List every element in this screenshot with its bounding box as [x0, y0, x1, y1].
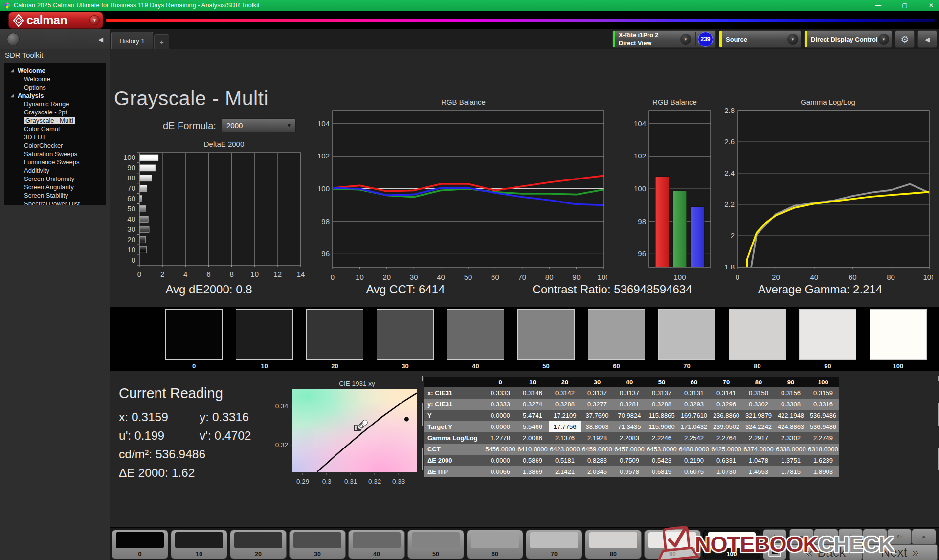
maximize-icon[interactable]: ▢: [900, 2, 910, 9]
reading-de2000: 1.62: [172, 466, 195, 479]
minimize-icon[interactable]: —: [873, 2, 883, 9]
pattern-button-0[interactable]: 0: [112, 530, 168, 559]
sidebar-item-additivity[interactable]: Additivity: [4, 166, 106, 175]
playback-button-loop[interactable]: ∞: [863, 529, 887, 544]
table-row-label: Gamma Log/Log: [424, 432, 484, 444]
stat-avg-cct: Avg CCT: 6414: [308, 283, 503, 296]
reading-v: 0.4702: [215, 429, 251, 442]
sidebar-item-colorchecker[interactable]: ColorChecker: [4, 141, 106, 150]
next-chevron-icon: »: [912, 546, 918, 560]
svg-text:0.34: 0.34: [275, 403, 289, 410]
sidebar-item-analysis[interactable]: ◢Analysis: [4, 91, 106, 100]
playback-controls: ■▶⏸∞↻●: [790, 529, 936, 544]
svg-text:2: 2: [731, 231, 735, 240]
pattern-button-60[interactable]: 60: [467, 530, 523, 559]
svg-text:6: 6: [206, 270, 210, 278]
table-cell: 6453.0000: [646, 444, 678, 455]
swatch-color: [658, 309, 715, 360]
add-tab-button[interactable]: +: [154, 34, 169, 49]
meter-select[interactable]: X-Rite i1Pro 2 Direct View ▼ 239: [612, 30, 716, 48]
table-cell: 0.3137: [646, 387, 678, 399]
tree-expander-icon[interactable]: ◢: [11, 67, 14, 75]
close-icon[interactable]: ✕: [926, 2, 936, 9]
playback-button-refresh[interactable]: ↻: [888, 529, 911, 544]
table-column-header: 10: [516, 377, 549, 387]
sidebar-item-grayscale-multi[interactable]: Grayscale - Multi: [4, 116, 106, 125]
sidebar-item-screen-angularity[interactable]: Screen Angularity: [4, 183, 106, 191]
sidebar-item-spectral-power-dist-[interactable]: Spectral Power Dist.: [4, 200, 106, 205]
measurement-table-container[interactable]: 0102030405060708090100x: CIE310.33330.31…: [422, 376, 939, 484]
cie-1931-chart: 0.290.30.310.320.330.320.34: [271, 387, 433, 491]
sidebar-item-grayscale-2pt[interactable]: Grayscale - 2pt: [4, 108, 106, 116]
table-row: Y0.00005.474117.210937.769070.9824115.88…: [424, 410, 839, 421]
table-row-label: Y: [424, 410, 484, 421]
gray-swatch-50: 50: [517, 309, 575, 370]
table-column-header: 80: [742, 377, 775, 387]
playback-button-play[interactable]: ▶: [814, 529, 838, 544]
swatch-label: 30: [377, 362, 434, 370]
cie-chart-title: CIE 1931 xy: [282, 380, 432, 387]
table-cell: 1.0730: [710, 466, 742, 477]
sidebar-item-saturation-sweeps[interactable]: Saturation Sweeps: [4, 150, 106, 158]
sidebar-collapse-button[interactable]: ◀: [93, 31, 108, 47]
table-cell: 0.6819: [646, 466, 678, 477]
pattern-button-10[interactable]: 10: [171, 530, 227, 559]
panel-collapse-button[interactable]: ◀: [917, 30, 937, 48]
pattern-button-20[interactable]: 20: [230, 530, 286, 559]
logo-dropdown-button[interactable]: ▼: [89, 15, 100, 25]
calman-logo-button[interactable]: calman ▼: [9, 12, 103, 28]
pattern-bar: 0102030405060708090100 ▲ ■▶⏸∞↻● « Back N…: [110, 527, 939, 560]
table-cell: 1.0478: [742, 455, 775, 466]
sidebar-item-screen-uniformity[interactable]: Screen Uniformity: [4, 175, 106, 183]
pattern-window-button[interactable]: [763, 543, 786, 560]
table-cell: 0.3296: [710, 399, 742, 410]
sidebar-item-options[interactable]: Options: [4, 83, 106, 91]
pattern-button-70[interactable]: 70: [526, 530, 582, 559]
page-title: Grayscale - Multi: [114, 87, 268, 110]
sidebar-item-screen-stability[interactable]: Screen Stability: [4, 191, 106, 200]
back-button[interactable]: « Back: [790, 545, 862, 560]
sidebar-item-welcome[interactable]: ◢Welcome: [4, 67, 106, 75]
table-cell: 0.2190: [678, 455, 710, 466]
table-cell: 6374.0000: [742, 444, 775, 455]
de-formula-select[interactable]: 2000 ▼: [222, 118, 296, 132]
rgb-balance-line-title: RGB Balance: [320, 98, 606, 106]
meter-count-badge[interactable]: 239: [698, 32, 713, 47]
playback-button-stop[interactable]: ■: [790, 529, 813, 544]
pattern-button-30[interactable]: 30: [290, 530, 345, 559]
pattern-color: [412, 532, 460, 548]
pattern-button-40[interactable]: 40: [349, 530, 404, 559]
reading-luminance: 536.9486: [156, 448, 205, 461]
pattern-label: 10: [171, 551, 227, 558]
svg-text:10: 10: [356, 273, 364, 281]
settings-button[interactable]: ⚙: [895, 30, 915, 48]
next-button[interactable]: Next »: [863, 545, 937, 560]
svg-text:40: 40: [127, 215, 135, 223]
pattern-button-90[interactable]: 90: [645, 530, 700, 559]
pattern-label: 0: [112, 551, 168, 558]
tab-history-1[interactable]: History 1: [111, 32, 153, 49]
table-cell: 2.2542: [678, 432, 710, 444]
table-cell: 115.9060: [646, 421, 678, 432]
chevron-down-icon: ▼: [93, 18, 97, 22]
swatch-color: [306, 309, 363, 360]
svg-text:2: 2: [160, 270, 164, 278]
sidebar-item-luminance-sweeps[interactable]: Luminance Sweeps: [4, 158, 106, 166]
display-control-select[interactable]: Direct Display Control ▼: [804, 30, 892, 48]
pattern-button-50[interactable]: 50: [408, 530, 464, 559]
sidebar-item-3d-lut[interactable]: 3D LUT: [4, 133, 106, 141]
tree-expander-icon[interactable]: ◢: [11, 91, 14, 100]
playback-button-record[interactable]: ●: [912, 529, 936, 544]
pattern-button-100[interactable]: 100: [704, 530, 760, 559]
sidebar-item-dynamic-range[interactable]: Dynamic Range: [4, 100, 106, 108]
pattern-window-up-button[interactable]: ▲: [763, 530, 786, 541]
sidebar-item-color-gamut[interactable]: Color Gamut: [4, 125, 106, 133]
pattern-label: 80: [585, 551, 641, 558]
pattern-button-80[interactable]: 80: [585, 530, 641, 559]
table-cell: 0.5423: [646, 455, 678, 466]
source-select[interactable]: Source ▼: [719, 30, 801, 48]
playback-button-pause[interactable]: ⏸: [839, 529, 862, 544]
main-content: Grayscale - Multi dE Formula: 2000 ▼ Del…: [110, 49, 939, 527]
sidebar-item-welcome[interactable]: Welcome: [4, 75, 106, 83]
workflow-knob-button[interactable]: [7, 33, 20, 45]
